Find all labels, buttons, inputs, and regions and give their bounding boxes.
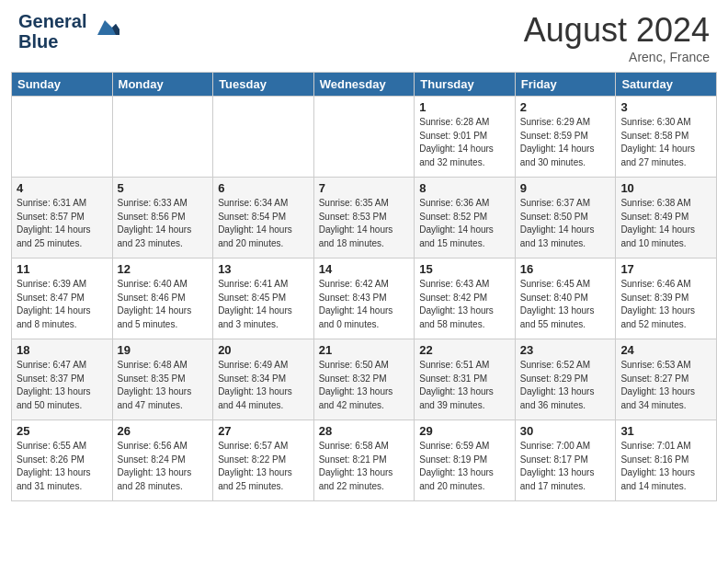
day-info: Sunrise: 6:42 AMSunset: 8:43 PMDaylight:… (319, 278, 410, 331)
calendar-cell: 11Sunrise: 6:39 AMSunset: 8:47 PMDayligh… (12, 259, 113, 339)
calendar-cell: 9Sunrise: 6:37 AMSunset: 8:50 PMDaylight… (515, 178, 616, 259)
day-number: 13 (218, 262, 309, 276)
calendar-cell: 14Sunrise: 6:42 AMSunset: 8:43 PMDayligh… (313, 259, 415, 339)
day-info: Sunrise: 6:56 AMSunset: 8:24 PMDaylight:… (118, 440, 209, 493)
calendar-cell: 12Sunrise: 6:40 AMSunset: 8:46 PMDayligh… (112, 259, 213, 339)
day-number: 28 (319, 424, 410, 438)
day-info: Sunrise: 6:59 AMSunset: 8:19 PMDaylight:… (419, 440, 510, 493)
calendar-cell: 18Sunrise: 6:47 AMSunset: 8:37 PMDayligh… (12, 339, 113, 420)
day-number: 20 (218, 343, 309, 357)
weekday-header: Tuesday (213, 73, 314, 97)
day-info: Sunrise: 6:40 AMSunset: 8:46 PMDaylight:… (118, 278, 209, 331)
calendar-table: SundayMondayTuesdayWednesdayThursdayFrid… (11, 72, 717, 501)
calendar-cell: 28Sunrise: 6:58 AMSunset: 8:21 PMDayligh… (313, 420, 415, 501)
month-title: August 2024 (524, 11, 710, 50)
day-number: 27 (218, 424, 309, 438)
day-info: Sunrise: 6:38 AMSunset: 8:49 PMDaylight:… (620, 197, 711, 250)
calendar-cell: 7Sunrise: 6:35 AMSunset: 8:53 PMDaylight… (313, 178, 415, 259)
weekday-header: Monday (112, 73, 213, 97)
day-info: Sunrise: 6:57 AMSunset: 8:22 PMDaylight:… (218, 440, 309, 493)
calendar-cell: 29Sunrise: 6:59 AMSunset: 8:19 PMDayligh… (415, 420, 516, 501)
weekday-header: Wednesday (313, 73, 415, 97)
day-number: 5 (118, 181, 209, 195)
day-info: Sunrise: 6:33 AMSunset: 8:56 PMDaylight:… (118, 197, 209, 250)
day-number: 12 (118, 262, 209, 276)
calendar-cell (313, 97, 415, 178)
calendar-cell: 8Sunrise: 6:36 AMSunset: 8:52 PMDaylight… (415, 178, 516, 259)
day-number: 10 (620, 181, 711, 195)
day-number: 11 (17, 262, 108, 276)
calendar-cell: 13Sunrise: 6:41 AMSunset: 8:45 PMDayligh… (213, 259, 314, 339)
calendar-cell (213, 97, 314, 178)
day-info: Sunrise: 6:47 AMSunset: 8:37 PMDaylight:… (17, 359, 108, 412)
day-number: 22 (419, 343, 510, 357)
day-info: Sunrise: 6:55 AMSunset: 8:26 PMDaylight:… (17, 440, 108, 493)
day-number: 4 (17, 181, 108, 195)
calendar-cell: 31Sunrise: 7:01 AMSunset: 8:16 PMDayligh… (616, 420, 717, 501)
weekday-header: Saturday (616, 73, 717, 97)
logo-text: GeneralBlue (18, 11, 86, 52)
day-number: 3 (620, 100, 711, 114)
calendar-week-row: 1Sunrise: 6:28 AMSunset: 9:01 PMDaylight… (12, 97, 717, 178)
day-number: 15 (419, 262, 510, 276)
calendar-week-row: 4Sunrise: 6:31 AMSunset: 8:57 PMDaylight… (12, 178, 717, 259)
calendar-cell: 24Sunrise: 6:53 AMSunset: 8:27 PMDayligh… (616, 339, 717, 420)
calendar-cell: 17Sunrise: 6:46 AMSunset: 8:39 PMDayligh… (616, 259, 717, 339)
calendar-cell: 6Sunrise: 6:34 AMSunset: 8:54 PMDaylight… (213, 178, 314, 259)
day-info: Sunrise: 6:29 AMSunset: 8:59 PMDaylight:… (520, 116, 611, 169)
day-info: Sunrise: 7:01 AMSunset: 8:16 PMDaylight:… (620, 440, 711, 493)
title-area: August 2024 Arenc, France (524, 11, 710, 64)
day-info: Sunrise: 6:31 AMSunset: 8:57 PMDaylight:… (17, 197, 108, 250)
day-info: Sunrise: 6:48 AMSunset: 8:35 PMDaylight:… (118, 359, 209, 412)
day-info: Sunrise: 6:58 AMSunset: 8:21 PMDaylight:… (319, 440, 410, 493)
day-info: Sunrise: 6:52 AMSunset: 8:29 PMDaylight:… (520, 359, 611, 412)
day-info: Sunrise: 6:39 AMSunset: 8:47 PMDaylight:… (17, 278, 108, 331)
calendar-cell: 25Sunrise: 6:55 AMSunset: 8:26 PMDayligh… (12, 420, 113, 501)
day-number: 1 (419, 100, 510, 114)
weekday-header: Friday (515, 73, 616, 97)
calendar-cell (12, 97, 113, 178)
logo-icon (90, 17, 119, 42)
calendar-cell: 15Sunrise: 6:43 AMSunset: 8:42 PMDayligh… (415, 259, 516, 339)
day-number: 25 (17, 424, 108, 438)
day-number: 18 (17, 343, 108, 357)
calendar-cell: 5Sunrise: 6:33 AMSunset: 8:56 PMDaylight… (112, 178, 213, 259)
calendar-cell: 21Sunrise: 6:50 AMSunset: 8:32 PMDayligh… (313, 339, 415, 420)
day-info: Sunrise: 6:46 AMSunset: 8:39 PMDaylight:… (620, 278, 711, 331)
day-number: 2 (520, 100, 611, 114)
weekday-header: Thursday (415, 73, 516, 97)
day-info: Sunrise: 6:37 AMSunset: 8:50 PMDaylight:… (520, 197, 611, 250)
calendar-cell: 3Sunrise: 6:30 AMSunset: 8:58 PMDaylight… (616, 97, 717, 178)
day-number: 14 (319, 262, 410, 276)
day-number: 6 (218, 181, 309, 195)
calendar-cell: 4Sunrise: 6:31 AMSunset: 8:57 PMDaylight… (12, 178, 113, 259)
weekday-header: Sunday (12, 73, 113, 97)
day-info: Sunrise: 6:35 AMSunset: 8:53 PMDaylight:… (319, 197, 410, 250)
day-info: Sunrise: 6:34 AMSunset: 8:54 PMDaylight:… (218, 197, 309, 250)
day-info: Sunrise: 6:51 AMSunset: 8:31 PMDaylight:… (419, 359, 510, 412)
day-number: 19 (118, 343, 209, 357)
day-number: 16 (520, 262, 611, 276)
day-info: Sunrise: 6:43 AMSunset: 8:42 PMDaylight:… (419, 278, 510, 331)
calendar-cell: 30Sunrise: 7:00 AMSunset: 8:17 PMDayligh… (515, 420, 616, 501)
calendar-cell: 20Sunrise: 6:49 AMSunset: 8:34 PMDayligh… (213, 339, 314, 420)
day-info: Sunrise: 6:36 AMSunset: 8:52 PMDaylight:… (419, 197, 510, 250)
calendar-cell: 10Sunrise: 6:38 AMSunset: 8:49 PMDayligh… (616, 178, 717, 259)
day-number: 23 (520, 343, 611, 357)
calendar-cell: 23Sunrise: 6:52 AMSunset: 8:29 PMDayligh… (515, 339, 616, 420)
calendar-cell: 22Sunrise: 6:51 AMSunset: 8:31 PMDayligh… (415, 339, 516, 420)
location: Arenc, France (524, 50, 710, 64)
day-number: 9 (520, 181, 611, 195)
calendar-week-row: 18Sunrise: 6:47 AMSunset: 8:37 PMDayligh… (12, 339, 717, 420)
day-number: 7 (319, 181, 410, 195)
day-info: Sunrise: 6:41 AMSunset: 8:45 PMDaylight:… (218, 278, 309, 331)
calendar-cell: 19Sunrise: 6:48 AMSunset: 8:35 PMDayligh… (112, 339, 213, 420)
day-number: 24 (620, 343, 711, 357)
day-info: Sunrise: 6:53 AMSunset: 8:27 PMDaylight:… (620, 359, 711, 412)
day-number: 30 (520, 424, 611, 438)
calendar-cell (112, 97, 213, 178)
day-number: 21 (319, 343, 410, 357)
day-number: 17 (620, 262, 711, 276)
calendar-cell: 27Sunrise: 6:57 AMSunset: 8:22 PMDayligh… (213, 420, 314, 501)
logo: GeneralBlue (18, 11, 119, 52)
